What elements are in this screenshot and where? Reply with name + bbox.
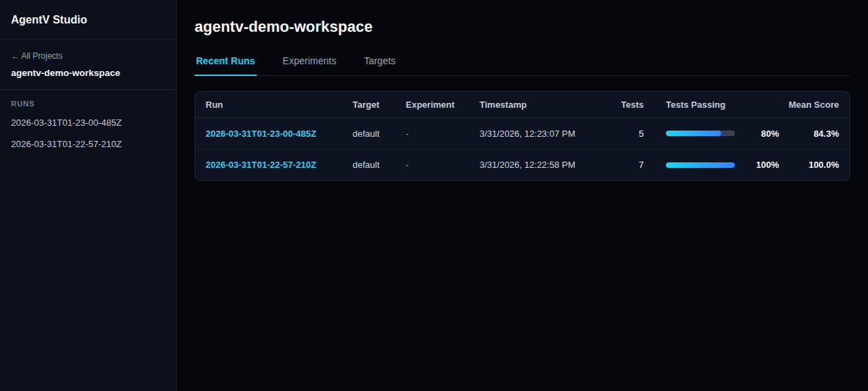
tests-passing-bar-fill xyxy=(666,131,721,136)
target-cell: default xyxy=(353,128,406,139)
tests-passing-cell: 100% xyxy=(644,160,779,170)
sidebar-runs-section: RUNS 2026-03-31T01-23-00-485Z 2026-03-31… xyxy=(0,90,176,170)
runs-table: Run Target Experiment Timestamp Tests Te… xyxy=(195,91,850,181)
tests-passing-cell: 80% xyxy=(644,128,779,139)
col-header-experiment: Experiment xyxy=(406,99,480,110)
page-title: agentv-demo-workspace xyxy=(195,18,850,36)
sidebar-run-item[interactable]: 2026-03-31T01-22-57-210Z xyxy=(11,139,165,149)
tests-count-cell: 5 xyxy=(611,128,644,139)
tab-targets[interactable]: Targets xyxy=(362,55,397,76)
sidebar: AgentV Studio ← All Projects agentv-demo… xyxy=(0,0,177,391)
sidebar-project-section: ← All Projects agentv-demo-workspace xyxy=(0,39,176,90)
mean-score-cell: 100.0% xyxy=(779,160,839,170)
tests-passing-bar-fill xyxy=(666,162,735,168)
mean-score-cell: 84.3% xyxy=(779,128,839,139)
tests-passing-bar xyxy=(666,162,735,168)
timestamp-cell: 3/31/2026, 12:22:58 PM xyxy=(480,160,611,170)
experiment-cell: - xyxy=(406,160,480,170)
timestamp-cell: 3/31/2026, 12:23:07 PM xyxy=(480,128,611,139)
app-title: AgentV Studio xyxy=(11,14,165,26)
col-header-tests-passing: Tests Passing xyxy=(644,99,779,110)
run-link[interactable]: 2026-03-31T01-22-57-210Z xyxy=(206,160,316,170)
target-cell: default xyxy=(353,160,406,170)
table-row: 2026-03-31T01-23-00-485Z default - 3/31/… xyxy=(195,118,849,149)
all-projects-link[interactable]: ← All Projects xyxy=(11,51,63,61)
app-layout: AgentV Studio ← All Projects agentv-demo… xyxy=(0,0,868,391)
sidebar-run-item[interactable]: 2026-03-31T01-23-00-485Z xyxy=(11,117,165,128)
main-content: agentv-demo-workspace Recent Runs Experi… xyxy=(177,0,868,391)
run-link[interactable]: 2026-03-31T01-23-00-485Z xyxy=(206,128,316,139)
table-header-row: Run Target Experiment Timestamp Tests Te… xyxy=(195,92,849,118)
table-row: 2026-03-31T01-22-57-210Z default - 3/31/… xyxy=(195,149,849,180)
col-header-mean-score: Mean Score xyxy=(779,99,839,110)
tests-count-cell: 7 xyxy=(611,160,644,170)
col-header-timestamp: Timestamp xyxy=(480,99,611,110)
runs-section-label: RUNS xyxy=(11,99,165,108)
tab-recent-runs[interactable]: Recent Runs xyxy=(195,55,257,76)
tab-experiments[interactable]: Experiments xyxy=(282,55,338,76)
col-header-tests: Tests xyxy=(611,99,644,110)
tests-passing-percent: 80% xyxy=(761,128,779,139)
col-header-run: Run xyxy=(206,99,353,110)
sidebar-workspace-name: agentv-demo-workspace xyxy=(11,68,165,78)
tests-passing-percent: 100% xyxy=(756,160,779,170)
tests-passing-bar xyxy=(666,131,735,136)
tab-bar: Recent Runs Experiments Targets xyxy=(195,55,850,76)
col-header-target: Target xyxy=(353,99,406,110)
sidebar-header: AgentV Studio xyxy=(0,0,176,39)
experiment-cell: - xyxy=(406,128,480,139)
